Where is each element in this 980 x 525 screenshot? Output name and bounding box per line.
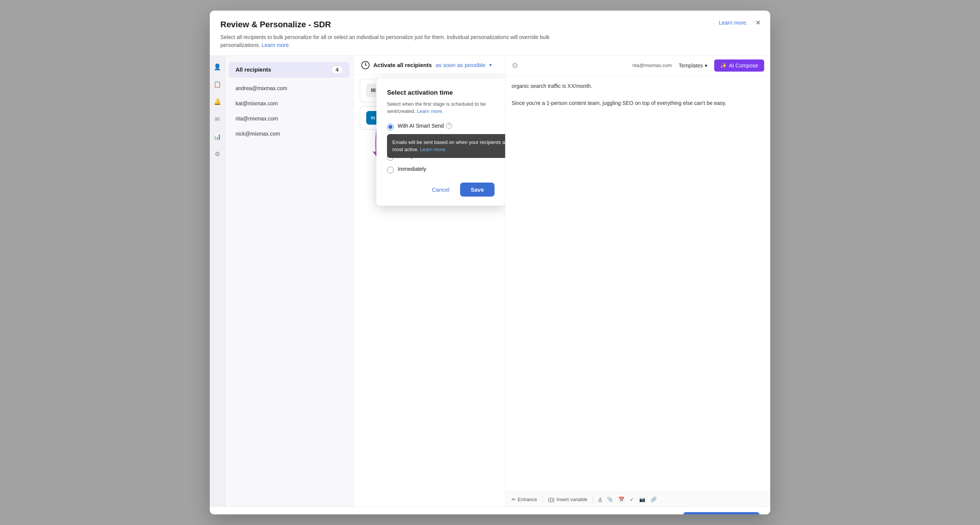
templates-chevron: ▾ <box>705 62 707 68</box>
templates-button[interactable]: Templates ▾ <box>675 60 711 71</box>
recipients-sidebar: All recipients 4 andrea@mixmax.com kat@m… <box>225 56 354 507</box>
templates-label: Templates <box>679 62 703 68</box>
right-panel-content: organic search traffic is XX/month. Sinc… <box>506 76 770 492</box>
toolbar-sep-2 <box>593 496 593 503</box>
radio-label-immediately: Immediately <box>398 166 426 172</box>
learn-more-header-link[interactable]: Learn more. <box>262 42 290 48</box>
email-to: rita@mixmax.com <box>632 62 672 68</box>
nav-icon-2[interactable]: 📋 <box>212 79 223 90</box>
activate-recipients-button[interactable]: ✓ Activate recipients <box>683 512 760 514</box>
email-body-text[interactable]: organic search traffic is XX/month. Sinc… <box>512 82 764 107</box>
nav-icon-4[interactable]: ✉ <box>212 114 223 125</box>
radio-option-immediately: Immediately <box>387 166 495 173</box>
inner-modal-learn-more[interactable]: Learn more. <box>417 108 444 114</box>
insert-variable-button[interactable]: {{}} Insert variable <box>548 496 587 502</box>
right-panel: ⚙ rita@mixmax.com Templates ▾ ✨ AI Compo… <box>505 56 770 507</box>
modal-body: All recipients 4 andrea@mixmax.com kat@m… <box>225 56 770 507</box>
ai-compose-icon: ✨ <box>720 62 727 68</box>
font-icon: A <box>598 496 602 502</box>
attachment-button[interactable]: 📎 <box>607 496 613 502</box>
main-content: Activate all recipients as soon as possi… <box>354 56 505 507</box>
save-button[interactable]: Save <box>460 183 495 197</box>
ai-compose-button[interactable]: ✨ AI Compose <box>714 59 764 72</box>
link-icon: 🔗 <box>651 496 657 502</box>
inner-modal-overlay: Select activation time Select when the f… <box>354 56 505 507</box>
camera-icon: 📷 <box>639 496 645 502</box>
learn-more-header[interactable]: Learn more. <box>719 20 748 26</box>
ai-compose-label: AI Compose <box>729 62 758 68</box>
camera-button[interactable]: 📷 <box>639 496 645 502</box>
inner-modal-actions: Cancel Save <box>387 183 495 197</box>
main-modal: Review & Personalize - SDR Select all re… <box>210 11 770 515</box>
radio-immediately[interactable] <box>387 167 394 173</box>
modal-footer: ← ← Back Save ✓ Activate recipients <box>210 506 770 514</box>
toolbar-sep-1 <box>542 496 542 503</box>
activation-time-modal: Select activation time Select when the f… <box>376 78 505 206</box>
cancel-button[interactable]: Cancel <box>426 183 455 196</box>
variable-icon: {{}} <box>548 496 554 502</box>
ai-smart-tooltip: Emails will be sent based on when your r… <box>387 134 505 158</box>
close-button[interactable]: × <box>752 17 764 29</box>
nav-icon-6[interactable]: ⚙ <box>212 149 223 159</box>
right-panel-header: ⚙ rita@mixmax.com Templates ▾ ✨ AI Compo… <box>506 56 770 76</box>
check-icon: ✓ <box>630 496 634 502</box>
radio-ai-smart[interactable] <box>387 124 394 130</box>
tooltip-learn-more[interactable]: Learn more. <box>420 146 447 152</box>
modal-header: Review & Personalize - SDR Select all re… <box>210 11 770 56</box>
calendar-button[interactable]: 📅 <box>618 496 624 502</box>
help-icon[interactable]: ? <box>446 123 452 129</box>
link-button[interactable]: 🔗 <box>651 496 657 502</box>
nav-icon-3[interactable]: 🔔 <box>212 97 223 107</box>
radio-option-ai-smart: With AI Smart Send ? Emails will be sent… <box>387 123 495 130</box>
footer-right: Save ✓ Activate recipients <box>664 512 760 514</box>
nav-icon-1[interactable]: 👤 <box>212 62 223 72</box>
recipient-item-0[interactable]: andrea@mixmax.com <box>229 81 350 96</box>
left-nav: 👤 📋 🔔 ✉ 📊 ⚙ <box>210 56 225 507</box>
recipient-item-3[interactable]: nick@mixmax.com <box>229 126 350 141</box>
modal-title: Review & Personalize - SDR <box>220 20 760 30</box>
enhance-button[interactable]: ✏ Enhance <box>512 496 537 502</box>
nav-icon-5[interactable]: 📊 <box>212 131 223 142</box>
enhance-icon: ✏ <box>512 496 516 502</box>
radio-label-ai-smart: With AI Smart Send ? <box>398 123 452 129</box>
font-button[interactable]: A <box>598 496 602 502</box>
recipients-count: 4 <box>331 65 343 74</box>
recipient-item-1[interactable]: kat@mixmax.com <box>229 96 350 111</box>
recipient-item-2[interactable]: rita@mixmax.com <box>229 111 350 126</box>
inner-modal-title: Select activation time <box>387 89 495 97</box>
modal-description: Select all recipients to bulk personaliz… <box>220 33 561 49</box>
check-button[interactable]: ✓ <box>630 496 634 502</box>
all-recipients-label: All recipients <box>235 66 271 73</box>
calendar-icon: 📅 <box>618 496 624 502</box>
inner-modal-desc: Select when the first stage is scheduled… <box>387 100 495 115</box>
all-recipients-row[interactable]: All recipients 4 <box>229 62 350 78</box>
paperclip-icon: 📎 <box>607 496 613 502</box>
gear-icon-button[interactable]: ⚙ <box>512 61 519 70</box>
bottom-toolbar: ✏ Enhance {{}} Insert variable A <box>506 492 770 506</box>
